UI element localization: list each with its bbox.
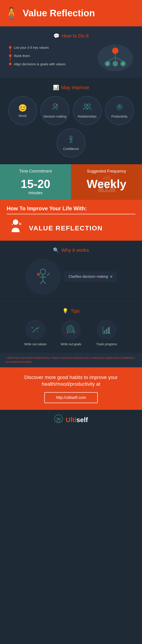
tip-item-goals: Write out goals (55, 320, 87, 346)
svg-line-2 (108, 58, 115, 61)
improve-item-confidence: Confidence (57, 128, 85, 158)
ultiself-logo-icon (54, 414, 63, 423)
may-improve-title: 📊 May improve (4, 85, 138, 90)
write-values-svg: ✦ ✦ ✦ (30, 324, 41, 335)
tip-progress-label: Track progress (96, 342, 117, 346)
svg-point-0 (112, 48, 118, 54)
header: 🧍 Value Reflection (0, 0, 142, 26)
bulb-icon: 💡 (62, 308, 68, 314)
improve-life-content: ✓ ✕ VALUE REFLECTION (7, 219, 135, 237)
why-works-content: ✕ ✓ Clarifies decision making (4, 259, 138, 294)
svg-point-16 (84, 104, 87, 106)
magnifier-icon: 🔍 (53, 247, 59, 253)
decision-icon (51, 103, 59, 113)
svg-text:✓: ✓ (46, 272, 50, 277)
why-circle-icon: ✕ ✓ (25, 259, 61, 294)
how-to-diagram: ✓ ✕ ✓ (97, 44, 133, 71)
how-to-section: 💬 How to Do It List your 3-5 key values … (0, 26, 142, 78)
mood-label: Mood (19, 114, 26, 118)
svg-point-44 (70, 328, 71, 330)
improve-life-subtitle: VALUE REFLECTION (29, 224, 103, 232)
productivity-svg (116, 103, 124, 111)
tip-goals-label: Write out goals (61, 342, 81, 346)
svg-text:✕: ✕ (36, 272, 40, 277)
value-reflection-icon: ✓ ✕ (7, 219, 24, 237)
improve-life-divider (7, 214, 135, 214)
svg-text:✦: ✦ (31, 326, 34, 330)
time-unit: minutes (4, 190, 67, 195)
why-works-title: 🔍 Why it works (4, 247, 138, 253)
tip-item-progress: Track progress (91, 320, 122, 346)
svg-line-38 (32, 332, 33, 332)
time-label: Time Commitment (4, 169, 67, 174)
svg-point-20 (119, 105, 120, 106)
step-text-3: Align decisions & goals with values (14, 62, 66, 66)
confidence-label: Confidence (63, 147, 79, 150)
disclaimer-section: * Ultiself does not provide medical advi… (0, 352, 142, 367)
track-progress-svg (101, 324, 112, 335)
step-text-1: List your 3-5 key values (14, 46, 49, 50)
why-person-svg: ✕ ✓ (34, 268, 52, 286)
why-text-bubble: Clarifies decision making (64, 271, 117, 282)
header-title: Value Reflection (23, 8, 95, 18)
confidence-svg (67, 136, 75, 144)
improve-item-productivity: Productivity (105, 96, 134, 125)
header-icon: 🧍 (4, 7, 18, 20)
decision-label: Decision making (43, 115, 66, 118)
productivity-icon (116, 103, 124, 113)
step-line-2 (10, 56, 10, 61)
svg-line-25 (71, 141, 72, 143)
cta-text: Discover more good habits to improve you… (9, 374, 133, 388)
time-commitment-box: Time Commitment 15-20 minutes (0, 164, 71, 200)
footer: Ultiself (0, 410, 142, 430)
tip-progress-icon (97, 320, 117, 340)
mood-icon: 😊 (18, 104, 27, 112)
how-to-content: List your 3-5 key values Rank them Align… (9, 44, 133, 71)
disclaimer-text: Ultiself does not provide medical advice… (5, 356, 135, 363)
improve-item-decision: Decision making (41, 96, 70, 125)
improve-life-headline: How To Improve Your Life With: (7, 205, 135, 212)
svg-text:✕: ✕ (114, 62, 117, 66)
svg-text:✦: ✦ (38, 326, 40, 328)
svg-point-47 (67, 332, 68, 333)
improve-life-svg: ✓ ✕ (7, 219, 24, 234)
svg-text:✓: ✓ (122, 62, 124, 66)
svg-line-46 (73, 330, 75, 332)
improve-item-relationships: Relationships (73, 96, 102, 125)
tip-item-values: ✦ ✦ ✦ Write out values (20, 320, 51, 346)
tip-values-label: Write out values (24, 342, 47, 346)
svg-text:✦: ✦ (37, 330, 38, 333)
svg-point-21 (70, 136, 72, 138)
improve-life-section: How To Improve Your Life With: ✓ ✕ VALUE… (0, 200, 142, 241)
svg-point-17 (87, 104, 90, 106)
may-improve-section: 📊 May improve 😊 Mood Decision making (0, 78, 142, 164)
step-text-2: Rank them (14, 54, 30, 58)
cta-link[interactable]: http://ultiself.com (44, 392, 97, 403)
footer-rest-part: self (76, 416, 88, 424)
tips-section: 💡 Tips ✦ ✦ ✦ Write out values (0, 301, 142, 352)
svg-line-32 (40, 281, 43, 284)
improve-item-mood: 😊 Mood (8, 96, 37, 125)
why-works-section: 🔍 Why it works ✕ ✓ Clarifies decision ma… (0, 241, 142, 301)
relationships-label: Relationships (78, 115, 96, 118)
svg-line-4 (115, 58, 123, 61)
svg-point-29 (40, 269, 46, 274)
write-goals-svg (66, 324, 76, 335)
time-value: 15-20 (4, 177, 67, 190)
step-item-1: List your 3-5 key values (9, 46, 93, 50)
freq-label: Suggested Frequency (75, 169, 138, 174)
footer-logo-text: Ultiself (66, 416, 88, 424)
tips-title: 💡 Tips (4, 308, 138, 314)
why-reason-text: Clarifies decision making (69, 275, 108, 278)
svg-text:✓: ✓ (11, 222, 15, 226)
confidence-icon (67, 136, 75, 145)
step-dot-3 (9, 62, 11, 65)
tips-grid: ✦ ✦ ✦ Write out values Write out go (4, 320, 138, 346)
improve-circles-grid: 😊 Mood Decision making (4, 96, 138, 158)
cta-section: Discover more good habits to improve you… (0, 367, 142, 410)
suggested-frequency-box: Suggested Frequency 📅 Weekly (71, 164, 142, 200)
footer-logo-icon (54, 414, 63, 425)
svg-point-11 (53, 104, 57, 107)
svg-text:✓: ✓ (106, 62, 109, 66)
bubble-dot (110, 276, 112, 278)
